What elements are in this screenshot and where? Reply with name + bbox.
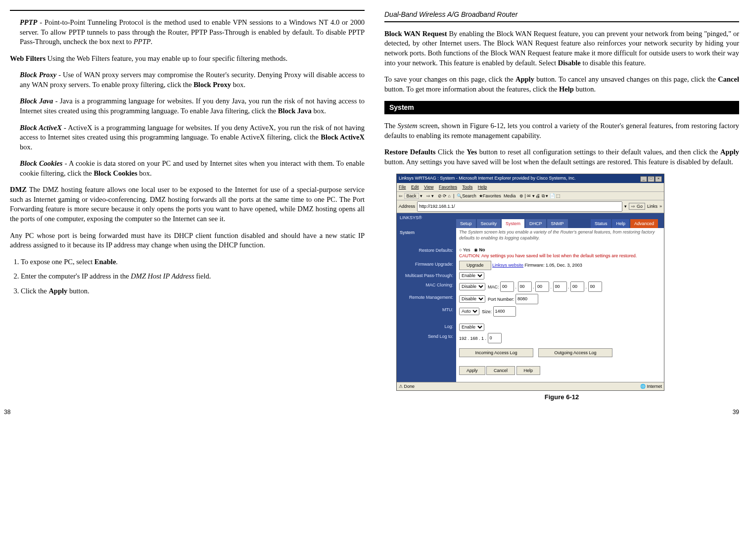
mac-cloning-select[interactable]: Disable <box>459 283 485 290</box>
page-right: Dual-Band Wireless A/G Broadband Router … <box>384 10 739 417</box>
block-proxy-para: Block Proxy - Use of WAN proxy servers m… <box>10 70 365 90</box>
pptp-para: PPTP - Point-to-Point Tunneling Protocol… <box>10 18 365 47</box>
dmz-para2: Any PC whose port is being forwarded mus… <box>10 231 365 250</box>
tab-security[interactable]: Security <box>477 219 501 228</box>
tab-setup[interactable]: Setup <box>456 219 476 228</box>
side-heading: System <box>400 230 453 235</box>
incoming-log-button[interactable]: Incoming Access Log <box>459 348 533 357</box>
window-titlebar[interactable]: Linksys WRT54AG : System - Microsoft Int… <box>397 174 664 183</box>
back-button[interactable]: Back <box>404 193 419 199</box>
favorites-button[interactable]: Favorites <box>483 193 501 198</box>
help-button[interactable]: Help <box>516 366 541 375</box>
system-desc: The System screen lets you enable a vari… <box>459 229 661 241</box>
address-label: Address <box>399 203 415 209</box>
size-label: Size: <box>482 309 492 314</box>
menu-view[interactable]: View <box>424 185 433 189</box>
webfilters-para: Web Filters Using the Web Filters featur… <box>10 54 365 64</box>
firmware-info: Firmware: 1.05, Dec. 3, 2003 <box>525 263 582 268</box>
sendlog-prefix: 192 . 168 . 1 . <box>459 335 486 340</box>
size-input[interactable] <box>493 306 516 317</box>
mac-2[interactable] <box>518 281 532 292</box>
mac-label: MAC: <box>488 284 499 289</box>
address-bar: Address ▾ ⇨ Go Links » <box>397 200 664 213</box>
system-para: The System screen, shown in Figure 6-12,… <box>384 121 739 140</box>
linksys-website-link[interactable]: Linksys website <box>492 263 523 268</box>
page-number-right: 39 <box>733 408 739 416</box>
tab-status[interactable]: Status <box>591 219 611 228</box>
label-mtu: MTU: <box>397 305 456 318</box>
window-buttons: _□× <box>640 175 662 182</box>
block-java-para: Block Java - Java is a programming langu… <box>10 96 365 116</box>
tab-help[interactable]: Help <box>612 219 629 228</box>
links-button[interactable]: Links <box>647 203 657 209</box>
search-button[interactable]: Search <box>462 193 476 198</box>
save-para: To save your changes on this page, click… <box>384 75 739 94</box>
address-dropdown-icon[interactable]: ▾ <box>624 203 627 209</box>
wan-para: Block WAN Request By enabling the Block … <box>384 29 739 68</box>
mac-1[interactable] <box>500 281 514 292</box>
port-label: Port Number: <box>488 296 515 301</box>
tab-snmp[interactable]: SNMP <box>547 219 568 228</box>
section-bar-system: System <box>384 101 739 114</box>
media-button[interactable]: Media <box>504 193 516 198</box>
mac-6[interactable] <box>588 281 602 292</box>
label-firmware: Firmware Upgrade: <box>397 260 456 271</box>
menu-favorites[interactable]: Favorites <box>439 185 457 189</box>
block-activex-para: Block ActiveX - ActiveX is a programming… <box>10 123 365 152</box>
browser-toolbar: ⇦ Back ▾ ⇨ ▾ ⊘ ⟳ ⌂ | 🔍Search ★Favorites … <box>397 192 664 200</box>
sendlog-last-octet[interactable] <box>488 333 502 343</box>
restore-para: Restore Defaults Click the Yes button to… <box>384 147 739 167</box>
screenshot-figure: Linksys WRT54AG : System - Microsoft Int… <box>396 174 664 391</box>
status-bar: ⚠ Done 🌐 Internet <box>397 382 664 390</box>
block-cookies-para: Block Cookies - A cookie is data stored … <box>10 159 365 178</box>
multicast-select[interactable]: Enable <box>459 272 484 280</box>
label-mac: MAC Cloning: <box>397 280 456 293</box>
cancel-button[interactable]: Cancel <box>486 366 515 375</box>
caution-text: CAUTION: Any settings you have saved wil… <box>459 253 637 258</box>
mac-3[interactable] <box>535 281 549 292</box>
status-internet: 🌐 Internet <box>640 383 662 389</box>
page-number-left: 38 <box>4 408 10 416</box>
menu-edit[interactable]: Edit <box>411 185 419 189</box>
label-multicast: Multicast Pass-Through: <box>397 271 456 280</box>
window-title: Linksys WRT54AG : System - Microsoft Int… <box>399 175 575 182</box>
brand-logo: LINKSYS® <box>400 215 453 221</box>
mac-4[interactable] <box>553 281 567 292</box>
port-input[interactable] <box>515 294 538 304</box>
step-2: Enter the computer's IP address in the D… <box>21 272 365 281</box>
close-button[interactable]: × <box>655 176 662 182</box>
go-button[interactable]: ⇨ Go <box>629 203 645 210</box>
apply-button[interactable]: Apply <box>459 366 485 375</box>
pptp-label: PPTP <box>20 18 37 26</box>
nav-tabs: Setup Security System DHCP SNMP Status H… <box>456 216 661 228</box>
outgoing-log-button[interactable]: Outgoing Access Log <box>538 348 612 357</box>
router-page: LINKSYS® Setup Security System DHCP SNMP… <box>397 213 664 382</box>
mtu-select[interactable]: Auto <box>459 308 479 315</box>
running-head: Dual-Band Wireless A/G Broadband Router <box>384 10 739 22</box>
step-1: To expose one PC, select Enable. <box>21 257 365 267</box>
restore-no-radio[interactable]: No <box>474 247 485 252</box>
log-select[interactable]: Enable <box>459 324 484 331</box>
upgrade-button[interactable]: Upgrade <box>459 261 491 270</box>
dmz-steps: To expose one PC, select Enable. Enter t… <box>10 257 365 296</box>
mac-5[interactable] <box>570 281 584 292</box>
tab-dhcp[interactable]: DHCP <box>525 219 546 228</box>
maximize-button[interactable]: □ <box>648 176 655 182</box>
tab-system[interactable]: System <box>502 219 524 228</box>
address-input[interactable] <box>417 201 622 212</box>
figure-caption: Figure 6-12 <box>384 393 739 402</box>
label-remote: Remote Management: <box>397 293 456 305</box>
menu-help[interactable]: Help <box>478 185 487 189</box>
remote-mgmt-select[interactable]: Disable <box>459 295 485 303</box>
menu-tools[interactable]: Tools <box>462 185 472 189</box>
menubar: File Edit View Favorites Tools Help <box>397 183 664 191</box>
status-done: ⚠ Done <box>399 383 415 389</box>
tab-advanced[interactable]: Advanced <box>630 219 658 228</box>
dmz-para: DMZ The DMZ hosting feature allows one l… <box>10 185 365 224</box>
label-sendlog: Send Log to: <box>397 332 456 344</box>
page-left: PPTP - Point-to-Point Tunneling Protocol… <box>10 10 365 417</box>
step-3: Click the Apply button. <box>21 286 365 296</box>
restore-yes-radio[interactable]: Yes <box>459 247 470 252</box>
minimize-button[interactable]: _ <box>640 176 647 182</box>
menu-file[interactable]: File <box>399 185 406 189</box>
